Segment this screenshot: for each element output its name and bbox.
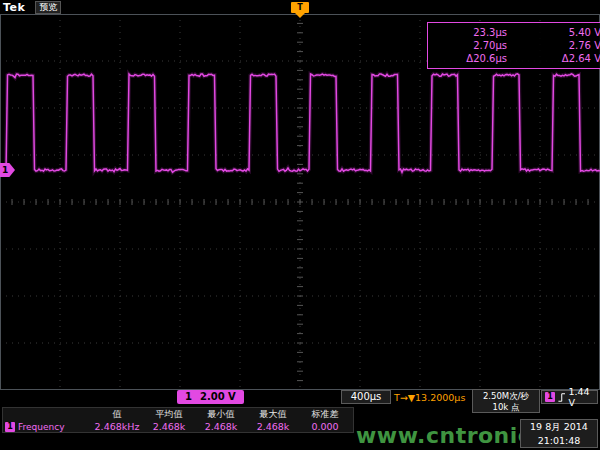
oscilloscope-display: Tek 预览 T 1 23.3μs 5.40 V 2.70μs 2.76 V Δ… (0, 0, 600, 450)
measurement-value: 2.468kHz (91, 421, 143, 432)
channel1-scale: 2.00 V (200, 390, 236, 404)
record-length: 10k 点 (473, 402, 539, 413)
measurement-headers: 值 平均值 最小值 最大值 标准差 (3, 408, 353, 420)
date-label: 19 8月 2014 (521, 420, 597, 434)
horizontal-position-value: 13.2000μs (415, 392, 465, 403)
measurement-mean: 2.468k (143, 421, 195, 432)
graticule (0, 14, 600, 390)
header-mean: 平均值 (143, 408, 195, 421)
cursor-a-volt: 5.40 V (543, 26, 600, 39)
acquisition-readout: 2.50M次/秒 10k 点 (472, 389, 540, 413)
watermark: www.cntronics (356, 423, 545, 448)
cursor-delta-row: Δ20.6μs Δ2.64 V (435, 52, 600, 65)
trigger-position-marker[interactable]: T (291, 2, 309, 13)
measurement-max: 2.468k (247, 421, 299, 432)
horizontal-position-icon: T→▼ (394, 392, 415, 403)
measurement-row: 1 Frequency 2.468kHz 2.468k 2.468k 2.468… (3, 420, 353, 433)
header-min: 最小值 (195, 408, 247, 421)
tek-logo: Tek (3, 1, 25, 14)
cursor-delta-time: Δ20.6μs (435, 52, 507, 65)
cursor-a-time: 23.3μs (435, 26, 507, 39)
horizontal-position-readout[interactable]: T→▼13.2000μs (394, 391, 465, 404)
measurement-min: 2.468k (195, 421, 247, 432)
cursor-readout-panel: 23.3μs 5.40 V 2.70μs 2.76 V Δ20.6μs Δ2.6… (427, 22, 600, 69)
timebase-readout[interactable]: 400μs (341, 390, 391, 404)
measurement-name: Frequency (18, 422, 65, 432)
measurement-stddev: 0.000 (299, 421, 351, 432)
rising-edge-icon (558, 392, 565, 403)
trigger-source-badge: 1 (545, 392, 555, 402)
channel1-scale-readout[interactable]: 1 2.00 V (177, 390, 244, 404)
acquisition-mode-badge: 预览 (35, 1, 61, 14)
trigger-level: 1.44 V (568, 386, 594, 408)
cursor-b-row: 2.70μs 2.76 V (435, 39, 600, 52)
ch1-waveform (0, 14, 600, 390)
datetime-panel: 19 8月 2014 21:01:48 (520, 419, 598, 448)
header-value: 值 (91, 408, 143, 421)
channel1-number: 1 (185, 390, 192, 404)
cursor-delta-volt: Δ2.64 V (543, 52, 600, 65)
measurement-channel-badge: 1 (5, 422, 15, 432)
cursor-b-volt: 2.76 V (543, 39, 600, 52)
cursor-a-row: 23.3μs 5.40 V (435, 26, 600, 39)
measurement-panel: 值 平均值 最小值 最大值 标准差 1 Frequency 2.468kHz 2… (2, 407, 354, 433)
cursor-b-time: 2.70μs (435, 39, 507, 52)
header-max: 最大值 (247, 408, 299, 421)
header-stddev: 标准差 (299, 408, 351, 421)
trigger-readout[interactable]: 1 1.44 V (541, 390, 598, 404)
sample-rate: 2.50M次/秒 (473, 391, 539, 402)
time-label: 21:01:48 (521, 434, 597, 448)
